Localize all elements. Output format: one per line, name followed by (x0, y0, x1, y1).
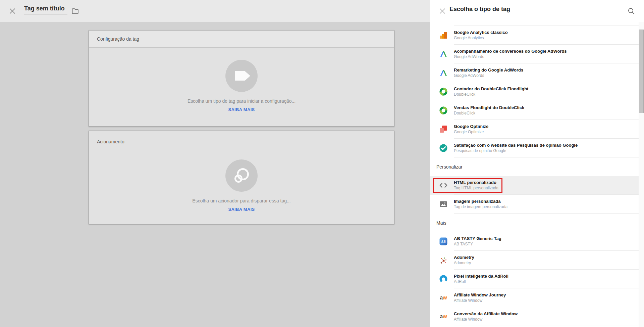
tag-type-row[interactable]: HTML personalizadoTag HTML personalizada (430, 176, 639, 195)
tag-type-title: Google Optimize (454, 124, 488, 129)
folder-icon[interactable] (71, 7, 79, 15)
triggering-caption: Escolha um acionador para disparar essa … (89, 198, 394, 203)
tag-type-text: AB TASTY Generic TagAB TASTY (454, 236, 501, 247)
tag-type-subtitle: AB TASTY (454, 242, 501, 247)
tag-type-text: Acompanhamento de conversões do Google A… (454, 49, 567, 59)
triggering-title: Acionamento (97, 139, 124, 144)
learn-more-link-tag[interactable]: SAIBA MAIS (228, 107, 255, 112)
tag-editor-area: Tag sem título Configuração da tag Escol… (0, 0, 430, 327)
tag-type-text: Imagem personalizadaTag de imagem person… (454, 199, 507, 209)
google-analytics-icon (439, 31, 448, 40)
google-survey-icon (439, 144, 448, 152)
section-header-mais: Mais (430, 214, 639, 232)
trigger-glyph-icon (233, 168, 250, 184)
tag-type-subtitle: AdRoll (454, 279, 508, 284)
tag-type-row[interactable]: Acompanhamento de conversões do Google A… (430, 45, 639, 63)
tag-type-row[interactable]: Remarketing do Google AdWordsGoogle AdWo… (430, 63, 639, 82)
tag-configuration-body: Escolha um tipo de tag para iniciar a co… (89, 60, 394, 112)
tag-type-subtitle: Google AdWords (454, 54, 567, 59)
tag-type-title: Contador do DoubleClick Floodlight (454, 86, 528, 92)
panel-title: Escolha o tipo de tag (449, 6, 510, 13)
tag-type-row[interactable]: Vendas Floodlight do DoubleClickDoubleCl… (430, 101, 639, 120)
tag-type-row[interactable]: Google Analytics clássicoGoogle Analytic… (430, 26, 639, 45)
tag-type-row[interactable]: AdometryAdometry (430, 251, 639, 270)
tag-type-subtitle: Affiliate Window (454, 298, 506, 303)
tag-type-list: Google Analytics clássicoGoogle Analytic… (430, 22, 639, 327)
tag-type-title: Adometry (454, 255, 474, 260)
doubleclick-icon (439, 106, 448, 115)
affiliate-window-icon: aw (439, 312, 448, 321)
tag-type-row[interactable]: ABAB TASTY Generic TagAB TASTY (430, 232, 639, 251)
affiliate-window-icon: aw (439, 293, 448, 302)
tag-type-subtitle: Pesquisas de opinião Google (454, 148, 578, 153)
tag-type-text: Contador do DoubleClick FloodlightDouble… (454, 86, 528, 97)
tag-type-title: Remarketing do Google AdWords (454, 67, 523, 73)
tag-type-title: Imagem personalizada (454, 199, 507, 204)
trigger-icon (225, 159, 258, 192)
triggering-body: Escolha um acionador para disparar essa … (89, 159, 394, 212)
tag-type-title: Google Analytics clássico (454, 30, 508, 35)
tag-configuration-caption: Escolha um tipo de tag para iniciar a co… (89, 98, 394, 104)
search-icon[interactable] (627, 7, 635, 15)
tag-icon (225, 60, 258, 92)
tag-type-text: Pixel inteligente da AdRollAdRoll (454, 274, 508, 284)
tag-type-title: Acompanhamento de conversões do Google A… (454, 49, 567, 54)
adroll-icon (439, 275, 448, 283)
tag-type-row[interactable]: awAffiliate Window JourneyAffiliate Wind… (430, 288, 639, 307)
tag-type-text: Affiliate Window JourneyAffiliate Window (454, 292, 506, 303)
tag-type-text: HTML personalizadoTag HTML personalizada (454, 180, 498, 191)
tag-type-title: Pixel inteligente da AdRoll (454, 274, 508, 279)
close-panel-icon[interactable] (439, 7, 446, 15)
tag-type-text: Satisfação com o website das Pesquisas d… (454, 143, 578, 153)
tag-glyph-icon (235, 71, 250, 81)
scrollbar-thumb[interactable] (639, 30, 644, 113)
triggering-card[interactable]: Acionamento Escolha um acionador para di… (89, 131, 394, 224)
tag-type-row[interactable]: Pixel inteligente da AdRollAdRoll (430, 270, 639, 288)
tag-type-subtitle: Google Optimize (454, 130, 488, 135)
tag-type-text: Vendas Floodlight do DoubleClickDoubleCl… (454, 105, 524, 116)
learn-more-link-trigger[interactable]: SAIBA MAIS (228, 207, 255, 212)
tag-type-row[interactable]: Contador do DoubleClick FloodlightDouble… (430, 82, 639, 101)
close-editor-icon[interactable] (9, 7, 16, 15)
tag-type-row[interactable]: Satisfação com o website das Pesquisas d… (430, 139, 639, 157)
doubleclick-icon (439, 87, 448, 96)
tag-configuration-header: Configuração da tag (89, 31, 394, 48)
image-icon (439, 200, 448, 208)
tag-name-field[interactable]: Tag sem título (24, 5, 67, 14)
tag-type-row[interactable]: Google OptimizeGoogle Optimize (430, 120, 639, 139)
tag-type-title: Vendas Floodlight do DoubleClick (454, 105, 524, 110)
scrollbar-track[interactable] (639, 22, 644, 327)
abtasty-icon: AB (439, 237, 448, 246)
adometry-icon (439, 256, 448, 265)
tag-type-subtitle: Adometry (454, 261, 474, 266)
tag-type-subtitle: Tag de imagem personalizada (454, 204, 507, 209)
google-optimize-icon (439, 125, 448, 134)
svg-text:AB: AB (441, 240, 446, 243)
tag-type-title: AB TASTY Generic Tag (454, 236, 501, 241)
tag-type-row[interactable]: Imagem personalizadaTag de imagem person… (430, 195, 639, 214)
tag-type-text: Conversão da Affiliate WindowAffiliate W… (454, 311, 518, 322)
section-header-personalizar: Personalizar (430, 157, 639, 176)
tag-type-title: HTML personalizado (454, 180, 498, 185)
tag-type-text: Google Analytics clássicoGoogle Analytic… (454, 30, 508, 41)
tag-type-subtitle: Affiliate Window (454, 317, 518, 322)
choose-tag-type-panel: Escolha o tipo de tag Google Analytics c… (430, 0, 644, 327)
panel-header: Escolha o tipo de tag (430, 0, 644, 22)
tag-type-text: AdometryAdometry (454, 255, 474, 266)
list-top-divider (454, 22, 639, 26)
tag-type-title: Satisfação com o website das Pesquisas d… (454, 143, 578, 148)
tag-type-subtitle: DoubleClick (454, 92, 528, 97)
tag-type-row[interactable]: awConversão da Affiliate WindowAffiliate… (430, 307, 639, 326)
tag-type-subtitle: DoubleClick (454, 111, 524, 116)
tag-type-subtitle: Google Analytics (454, 36, 508, 41)
editor-header: Tag sem título (0, 0, 430, 22)
tag-type-title: Affiliate Window Journey (454, 292, 506, 298)
tag-type-subtitle: Google AdWords (454, 73, 523, 78)
google-adwords-icon (439, 68, 448, 77)
tag-type-text: Remarketing do Google AdWordsGoogle AdWo… (454, 67, 523, 78)
tag-type-title: Conversão da Affiliate Window (454, 311, 518, 317)
code-icon (439, 181, 448, 190)
tag-configuration-card[interactable]: Configuração da tag Escolha um tipo de t… (89, 30, 394, 127)
tag-type-text: Google OptimizeGoogle Optimize (454, 124, 488, 135)
google-adwords-icon (439, 50, 448, 58)
